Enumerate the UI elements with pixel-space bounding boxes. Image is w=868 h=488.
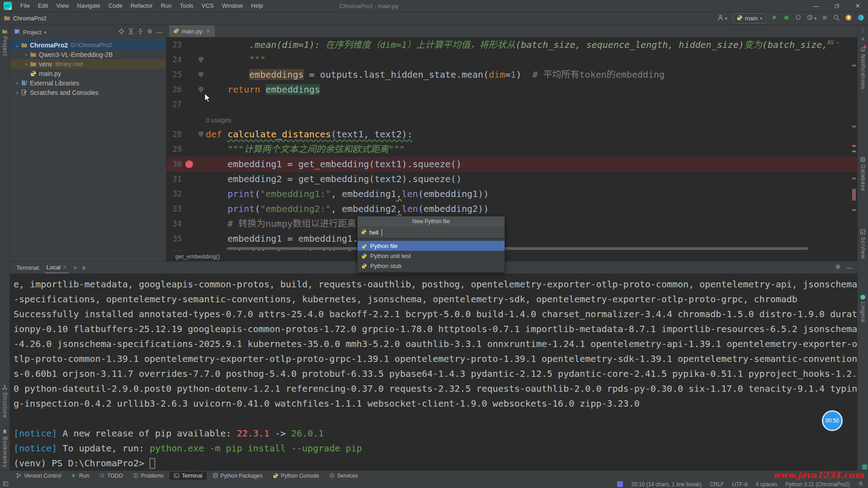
- project-widget[interactable]: ChromaPro2: [4, 14, 47, 23]
- stripe-more-icon[interactable]: ⋮: [858, 27, 868, 33]
- line-number: 35: [166, 231, 182, 246]
- tree-item-external-libraries[interactable]: ›External Libraries: [10, 78, 166, 88]
- menu-run[interactable]: Run: [157, 0, 176, 12]
- menu-navigate[interactable]: Navigate: [73, 0, 104, 12]
- tree-item-qwen3-vl-embedding-2b[interactable]: ›Qwen3-VL-Embedding-2B: [10, 50, 166, 59]
- toolwindow-button-python-console[interactable]: Python Console: [269, 472, 323, 480]
- new-terminal-button[interactable]: +: [73, 264, 77, 271]
- chevron-right-icon[interactable]: ›: [14, 89, 21, 96]
- toolwindow-button-run[interactable]: Run: [67, 472, 93, 480]
- stripe-tab-sciview[interactable]: SciView: [858, 229, 868, 259]
- stripe-tab-database[interactable]: Database: [858, 157, 868, 191]
- indent-style[interactable]: 4 spaces: [755, 481, 777, 488]
- stripe-tab-project[interactable]: Project: [0, 28, 9, 56]
- terminal-text: To update, run:: [57, 443, 150, 454]
- toolwindow-button-todo[interactable]: TODO: [95, 472, 127, 480]
- new-file-name-input[interactable]: hell: [358, 226, 505, 239]
- menu-file[interactable]: File: [16, 0, 34, 12]
- main-toolbar: ChromaPro2 ▾ main ▾ ▾: [0, 12, 868, 25]
- branch-icon: [16, 473, 22, 479]
- stripe-tab-lingma[interactable]: Lingma: [858, 294, 868, 322]
- menu-view[interactable]: View: [52, 0, 73, 12]
- menu-vcs[interactable]: VCS: [198, 0, 218, 12]
- terminal-line: (venv) PS D:\ChromaPro2>: [14, 456, 857, 470]
- select-opened-file-button[interactable]: [118, 28, 125, 36]
- terminal-output[interactable]: e, importlib-metadata, googleapis-common…: [10, 274, 857, 470]
- popup-item-python-unit-test[interactable]: Python unit test: [358, 251, 505, 261]
- tool-window-layout-icon[interactable]: [3, 481, 9, 488]
- fold-marker-icon[interactable]: [198, 57, 204, 63]
- run-configuration-selector[interactable]: main ▾: [732, 13, 766, 23]
- tree-item-venv[interactable]: ›venvlibrary root: [10, 59, 166, 69]
- line-number: 29: [166, 142, 182, 157]
- tree-item-chromapro2[interactable]: ⌄ChromaPro2D:\ChromaPro2: [10, 40, 166, 50]
- python-interpreter[interactable]: Python 3.11 (ChromaPro2): [785, 481, 850, 488]
- menu-help[interactable]: Help: [247, 0, 267, 12]
- toolwindow-button-python-packages[interactable]: Python Packages: [208, 472, 267, 480]
- close-button[interactable]: ✕: [847, 0, 868, 12]
- menu-refactor[interactable]: Refactor: [127, 0, 157, 12]
- ai-status-icon[interactable]: [617, 481, 623, 487]
- toolwindow-button-services[interactable]: Services: [325, 472, 362, 480]
- close-tab-icon[interactable]: ✕: [206, 28, 211, 34]
- tree-item-scratches-and-consoles[interactable]: ›Scratches and Consoles: [10, 88, 166, 97]
- fold-marker-icon[interactable]: [198, 87, 204, 93]
- stripe-tab-notifications[interactable]: Notifications: [858, 47, 868, 89]
- stripe-tab-structure[interactable]: Structure: [0, 385, 9, 418]
- menu-window[interactable]: Window: [218, 0, 247, 12]
- run-with-coverage-button[interactable]: [795, 14, 802, 23]
- menu-code[interactable]: Code: [104, 0, 127, 12]
- project-panel-title[interactable]: Project: [23, 29, 41, 36]
- file-encoding[interactable]: UTF-8: [732, 481, 747, 488]
- hide-terminal-button[interactable]: —: [847, 264, 853, 271]
- search-everywhere-button[interactable]: [833, 14, 840, 23]
- pycharm-logo-icon[interactable]: PC: [4, 2, 12, 10]
- hide-panel-button[interactable]: —: [156, 28, 162, 36]
- toolwindow-button-problems[interactable]: Problems: [129, 472, 168, 480]
- code-line: 28def calculate_distances(text1, text2):: [166, 127, 857, 142]
- fold-marker-icon[interactable]: [198, 131, 204, 137]
- ai-assistant-button[interactable]: [857, 14, 864, 23]
- minimize-button[interactable]: —: [806, 0, 826, 12]
- code-editor[interactable]: AS˄ 23 .mea: [166, 38, 857, 251]
- toolwindow-button-version-control[interactable]: Version Control: [12, 472, 65, 480]
- caret-position[interactable]: 20:10 (14 chars, 1 line break): [631, 481, 702, 488]
- code-line: 27: [166, 97, 857, 112]
- editor-tab-mainpy[interactable]: main.py ✕: [169, 25, 215, 37]
- run-history-button[interactable]: ▾: [807, 14, 816, 23]
- chevron-right-icon[interactable]: ›: [23, 61, 30, 67]
- code-token: (text1, text2):: [331, 129, 413, 140]
- run-button[interactable]: [771, 14, 778, 23]
- toolwindow-button-terminal[interactable]: Terminal: [170, 472, 206, 480]
- menu-tools[interactable]: Tools: [176, 0, 198, 12]
- terminal-dropdown-icon[interactable]: ∨: [81, 264, 86, 271]
- terminal-tab-local[interactable]: Local✕: [45, 262, 69, 273]
- chevron-down-icon[interactable]: ⌄: [14, 42, 21, 48]
- debug-button[interactable]: [783, 14, 790, 23]
- expand-all-button[interactable]: [127, 28, 134, 36]
- chevron-right-icon[interactable]: ›: [23, 51, 30, 58]
- menu-edit[interactable]: Edit: [34, 0, 52, 12]
- breakpoint-icon[interactable]: [185, 160, 193, 168]
- breadcrumb[interactable]: get_embedding(): [166, 251, 857, 261]
- popup-item-python-file[interactable]: Python file: [358, 241, 505, 251]
- account-widget[interactable]: ▾: [717, 14, 727, 23]
- tree-item-main-py[interactable]: main.py: [10, 69, 166, 78]
- project-view-dropdown[interactable]: ▾: [44, 30, 46, 35]
- lock-icon[interactable]: [858, 481, 863, 488]
- extlib-icon: [21, 80, 28, 86]
- update-available-button[interactable]: [845, 14, 852, 23]
- project-settings-gear-icon[interactable]: [146, 28, 153, 36]
- terminal-settings-gear-icon[interactable]: [835, 263, 841, 272]
- stripe-chevron-icon[interactable]: ∨: [858, 36, 868, 42]
- collapse-all-button[interactable]: [137, 28, 144, 36]
- stop-button[interactable]: [821, 14, 828, 23]
- stripe-tab-bookmarks[interactable]: Bookmarks: [0, 429, 9, 468]
- fold-marker-icon[interactable]: [198, 72, 204, 78]
- popup-item-python-stub[interactable]: Python stub: [358, 261, 505, 271]
- close-terminal-tab-icon[interactable]: ✕: [63, 264, 67, 270]
- restore-button[interactable]: [826, 0, 847, 12]
- stripe-tab-label: Structure: [2, 392, 8, 418]
- line-separator[interactable]: CRLF: [710, 481, 724, 488]
- chevron-right-icon[interactable]: ›: [14, 80, 21, 86]
